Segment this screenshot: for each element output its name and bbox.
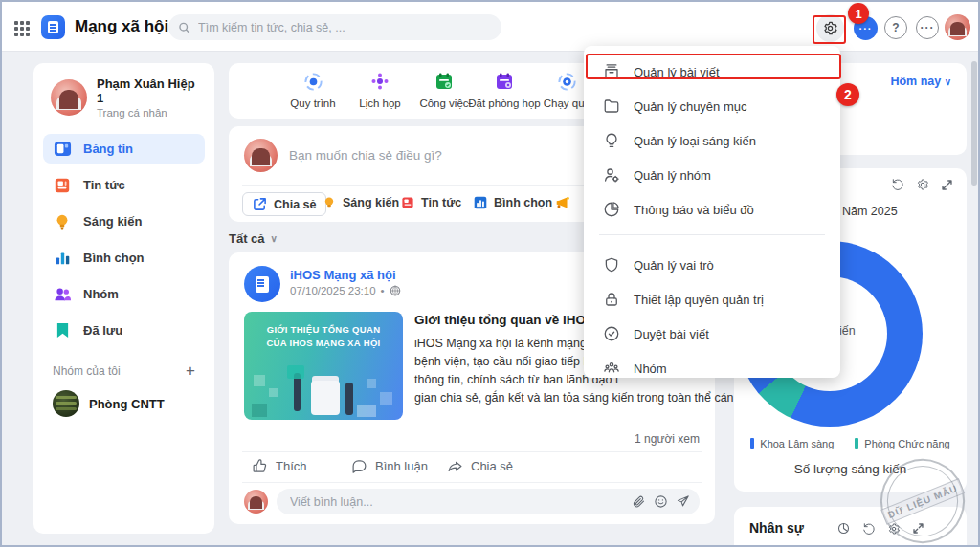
composer-action-label: Sáng kiến (343, 196, 399, 209)
post-action-label: Chia sẻ (471, 459, 513, 473)
sidebar-item-label: Nhóm (83, 287, 119, 301)
annotation-badge-1: 1 (848, 3, 869, 24)
sidebar-item-groups[interactable]: Nhóm (43, 279, 205, 309)
menu-item-groups[interactable]: Nhóm (584, 352, 840, 384)
app-logo-icon[interactable] (41, 15, 65, 39)
comment-icon (351, 458, 368, 474)
like-button[interactable]: Thích (252, 458, 307, 474)
refresh-icon[interactable] (891, 178, 904, 191)
sidebar-item-label: Tin tức (83, 178, 125, 192)
lightbulb-icon (323, 196, 336, 209)
menu-item-admin-permissions[interactable]: Thiết lập quyền quản trị (584, 283, 840, 316)
gear-icon (822, 20, 838, 36)
composer-announce-button[interactable] (554, 194, 571, 211)
comment-input[interactable] (290, 495, 624, 509)
menu-item-manage-roles[interactable]: Quản lý vai trò (584, 249, 840, 281)
share-post-button[interactable]: Chia sẻ (242, 192, 326, 216)
menu-item-label: Nhóm (634, 361, 667, 376)
legend-item[interactable]: Phòng Chức năng (855, 438, 949, 449)
chart-title: Số lượng sáng kiến (734, 462, 967, 476)
chevron-down-icon: ∨ (271, 233, 278, 244)
bar-chart-icon (53, 249, 72, 268)
megaphone-icon (554, 194, 571, 211)
composer-news-button[interactable]: Tin tức (401, 196, 461, 209)
post-image[interactable]: Giới thiệu tổng quan của iHOS mạng xã hộ… (244, 312, 403, 420)
profile-link[interactable]: Phạm Xuân Hiệp 1 Trang cá nhân (43, 77, 205, 119)
menu-item-manage-categories[interactable]: Quản lý chuyên mục (584, 90, 840, 122)
sidebar-item-saved[interactable]: Đã lưu (43, 316, 205, 345)
room-calendar-icon (494, 71, 515, 92)
commenter-avatar (244, 490, 268, 514)
refresh-icon[interactable] (862, 522, 876, 536)
news-icon (53, 176, 72, 195)
add-group-button[interactable]: + (186, 362, 195, 379)
menu-item-label: Quản lý bài viết (634, 65, 720, 79)
emoji-icon[interactable] (654, 494, 668, 509)
share-arrow-icon (447, 458, 463, 474)
menu-item-manage-posts[interactable]: Quản lý bài viết (584, 55, 840, 88)
expand-icon[interactable] (941, 179, 953, 191)
user-avatar[interactable] (945, 14, 970, 40)
comment-button[interactable]: Bình luận (351, 458, 428, 474)
process-icon (302, 71, 323, 92)
gear-icon[interactable] (916, 178, 929, 191)
group-item-cntt[interactable]: Phòng CNTT (43, 386, 205, 421)
sidebar-item-newsfeed[interactable]: Bảng tin (43, 134, 205, 164)
hr-card: Nhân sự (734, 507, 967, 547)
legend-item[interactable]: Khoa Lâm sàng (750, 438, 834, 449)
group-avatar (53, 390, 79, 417)
composer-avatar (244, 139, 278, 172)
profile-subtitle: Trang cá nhân (97, 107, 205, 119)
lightbulb-icon (602, 132, 620, 150)
feed-filter-label: Tất cả (229, 231, 265, 246)
sidebar-item-label: Bình chọn (83, 251, 145, 265)
menu-item-manage-initiative-types[interactable]: Quản lý loại sáng kiến (584, 124, 840, 157)
post-body-line: gian chia sẻ, gắn kết và lan tỏa sáng ki… (414, 391, 760, 405)
send-icon[interactable] (676, 494, 690, 509)
share-button[interactable]: Chia sẻ (447, 458, 513, 474)
settings-button[interactable] (816, 14, 844, 42)
search-input[interactable] (198, 21, 492, 34)
legend-swatch (750, 438, 754, 449)
sidebar-item-polls[interactable]: Bình chọn (43, 243, 205, 273)
gear-icon[interactable] (887, 522, 901, 536)
menu-item-notifications-charts[interactable]: Thông báo và biểu đồ (584, 193, 840, 226)
composer-initiative-button[interactable]: Sáng kiến (323, 196, 399, 209)
top-bar: Mạng xã hội ··· ? ··· (2, 2, 978, 52)
post-author-avatar[interactable] (244, 266, 280, 302)
period-filter[interactable]: Hôm nay ∨ (890, 75, 951, 88)
archive-icon (602, 63, 620, 81)
quick-action-meetings[interactable]: Lịch họp (344, 71, 416, 109)
dot-separator: • (381, 285, 385, 296)
composer-poll-button[interactable]: Bình chọn (474, 196, 552, 209)
menu-item-manage-groups[interactable]: Quản lý nhóm (584, 159, 840, 191)
attachment-icon[interactable] (632, 494, 646, 509)
meeting-icon (369, 71, 390, 92)
illustration-person-right (345, 383, 353, 415)
chart-year-label: Năm 2025 (842, 205, 898, 218)
switch-chart-icon[interactable] (836, 521, 851, 536)
expand-icon[interactable] (912, 522, 924, 535)
illustration-machine (311, 381, 340, 415)
search-icon (178, 21, 190, 34)
globe-icon (390, 285, 401, 296)
sidebar-item-news[interactable]: Tin tức (43, 170, 205, 200)
help-icon[interactable]: ? (884, 16, 907, 39)
feed-filter[interactable]: Tất cả ∨ (229, 231, 278, 246)
users-icon (602, 360, 620, 378)
pie-chart-icon (602, 201, 620, 219)
comment-input-wrap[interactable] (277, 489, 700, 514)
period-label: Hôm nay (890, 75, 941, 88)
post-view-count: 1 người xem (635, 432, 700, 446)
sidebar-item-initiatives[interactable]: Sáng kiến (43, 207, 205, 236)
post-author-name[interactable]: iHOS Mạng xã hội (290, 268, 396, 282)
quick-action-process[interactable]: Quy trình (277, 71, 349, 109)
search-bar[interactable] (168, 14, 501, 40)
more-glyph: ··· (921, 21, 935, 34)
app-launcher-icon[interactable] (14, 21, 30, 36)
more-options-icon[interactable]: ··· (916, 16, 939, 39)
sidebar-item-label: Sáng kiến (83, 214, 142, 229)
scrollbar[interactable] (971, 61, 977, 186)
menu-divider (599, 234, 825, 235)
menu-item-approve-posts[interactable]: Duyệt bài viết (584, 317, 840, 350)
